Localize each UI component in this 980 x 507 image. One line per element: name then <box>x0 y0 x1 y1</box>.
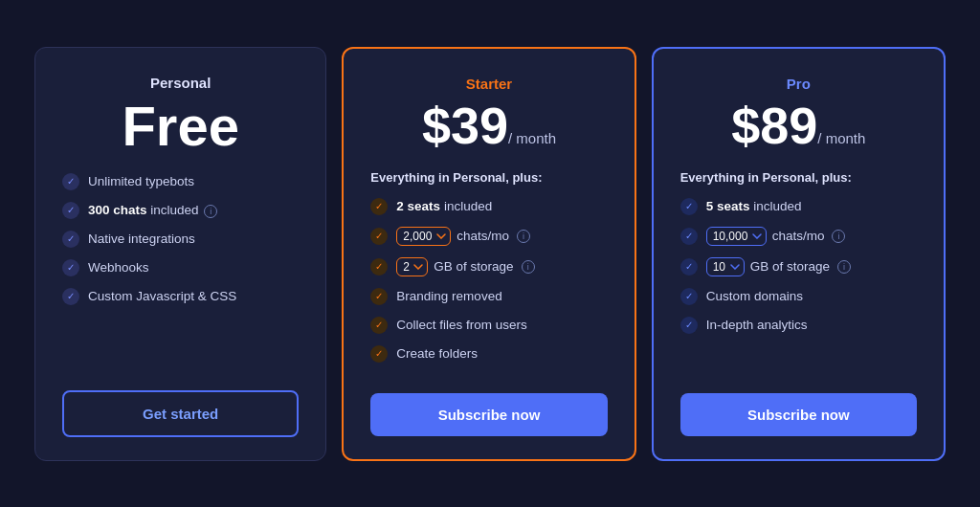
list-item: ✓ Native integrations <box>62 231 299 248</box>
check-icon: ✓ <box>680 198 698 215</box>
card-personal: Personal Free ✓ Unlimited typebots ✓ 300… <box>34 47 326 461</box>
check-icon: ✓ <box>62 173 79 190</box>
list-item: ✓ 300 chats included i <box>62 202 299 219</box>
pro-storage-select-wrapper: 5 10 20 GB of storage i <box>706 257 851 276</box>
pro-storage-label: GB of storage <box>750 259 830 274</box>
list-item: ✓ 5 10 20 GB of storage i <box>680 257 917 276</box>
feature-text: 300 chats included i <box>88 203 217 218</box>
card-starter: Starter $39/ month Everything in Persona… <box>342 47 635 461</box>
list-item: ✓ Collect files from users <box>370 317 607 334</box>
list-item: ✓ In-depth analytics <box>680 317 917 334</box>
info-icon[interactable]: i <box>204 205 217 218</box>
chats-select[interactable]: 1,000 2,000 3,000 <box>396 227 451 246</box>
pro-price: $89 <box>731 97 817 154</box>
storage-select-wrapper: 1 2 5 GB of storage i <box>396 257 534 276</box>
info-icon[interactable]: i <box>832 230 845 243</box>
personal-plan-name: Personal <box>62 75 299 91</box>
check-icon: ✓ <box>62 288 79 305</box>
pro-subheader: Everything in Personal, plus: <box>680 170 917 185</box>
list-item: ✓ 1,000 2,000 3,000 chats/mo i <box>370 227 607 246</box>
check-icon: ✓ <box>62 259 79 276</box>
feature-text: Unlimited typebots <box>88 174 194 188</box>
starter-plan-name: Starter <box>370 76 607 92</box>
feature-text: Webhooks <box>88 260 149 275</box>
pro-price-row: $89/ month <box>680 99 917 151</box>
pro-plan-name: Pro <box>680 76 917 92</box>
feature-text: Branding removed <box>396 289 501 303</box>
pro-subscribe-button[interactable]: Subscribe now <box>680 393 917 436</box>
starter-subheader: Everything in Personal, plus: <box>370 170 607 185</box>
list-item: ✓ Custom domains <box>680 288 917 305</box>
list-item: ✓ Branding removed <box>370 288 607 305</box>
pro-period: / month <box>817 130 865 146</box>
check-icon: ✓ <box>370 345 388 363</box>
personal-price: Free <box>122 95 239 157</box>
list-item: ✓ Create folders <box>370 345 607 363</box>
starter-price: $39 <box>422 97 508 154</box>
storage-label: GB of storage <box>434 259 513 274</box>
check-icon: ✓ <box>370 317 388 334</box>
feature-text: 5 seats included <box>706 199 802 213</box>
starter-price-row: $39/ month <box>370 99 607 151</box>
check-icon: ✓ <box>62 202 79 219</box>
check-icon: ✓ <box>680 317 698 334</box>
check-icon: ✓ <box>370 288 388 305</box>
check-icon: ✓ <box>680 258 698 276</box>
list-item: ✓ 2 seats included <box>370 198 607 215</box>
card-pro: Pro $89/ month Everything in Personal, p… <box>652 47 946 461</box>
pricing-container: Personal Free ✓ Unlimited typebots ✓ 300… <box>11 24 969 484</box>
feature-text: Native integrations <box>88 231 195 246</box>
list-item: ✓ 5 seats included <box>680 198 917 215</box>
personal-feature-list: ✓ Unlimited typebots ✓ 300 chats include… <box>62 173 299 371</box>
info-icon[interactable]: i <box>517 230 530 243</box>
check-icon: ✓ <box>680 228 698 245</box>
feature-text: Create folders <box>396 346 478 361</box>
check-icon: ✓ <box>370 198 388 215</box>
list-item: ✓ Unlimited typebots <box>62 173 299 190</box>
feature-text: 2 seats included <box>396 199 492 213</box>
list-item: ✓ 5,000 10,000 20,000 chats/mo i <box>680 227 917 246</box>
check-icon: ✓ <box>370 258 388 276</box>
check-icon: ✓ <box>680 288 698 305</box>
starter-subscribe-button[interactable]: Subscribe now <box>370 393 607 436</box>
pro-feature-list: ✓ 5 seats included ✓ 5,000 10,000 20,000… <box>680 198 917 374</box>
info-icon[interactable]: i <box>837 260 851 274</box>
feature-text: In-depth analytics <box>706 318 808 332</box>
chats-select-wrapper: 1,000 2,000 3,000 chats/mo i <box>396 227 530 246</box>
pro-chats-label: chats/mo <box>772 229 825 243</box>
storage-select[interactable]: 1 2 5 <box>396 257 428 276</box>
get-started-button[interactable]: Get started <box>62 390 299 437</box>
chats-label: chats/mo <box>457 229 509 243</box>
info-icon[interactable]: i <box>522 260 535 274</box>
list-item: ✓ 1 2 5 GB of storage i <box>370 257 607 276</box>
check-icon: ✓ <box>62 231 79 248</box>
feature-text: Custom domains <box>706 289 803 303</box>
list-item: ✓ Custom Javascript & CSS <box>62 288 299 305</box>
pro-chats-select-wrapper: 5,000 10,000 20,000 chats/mo i <box>706 227 846 246</box>
pro-chats-select[interactable]: 5,000 10,000 20,000 <box>706 227 767 246</box>
starter-feature-list: ✓ 2 seats included ✓ 1,000 2,000 3,000 c… <box>370 198 607 374</box>
starter-period: / month <box>508 130 556 146</box>
list-item: ✓ Webhooks <box>62 259 299 276</box>
feature-text: Custom Javascript & CSS <box>88 289 236 303</box>
pro-storage-select[interactable]: 5 10 20 <box>706 257 745 276</box>
personal-price-row: Free <box>62 99 299 154</box>
feature-text: Collect files from users <box>396 318 527 332</box>
check-icon: ✓ <box>370 228 388 245</box>
